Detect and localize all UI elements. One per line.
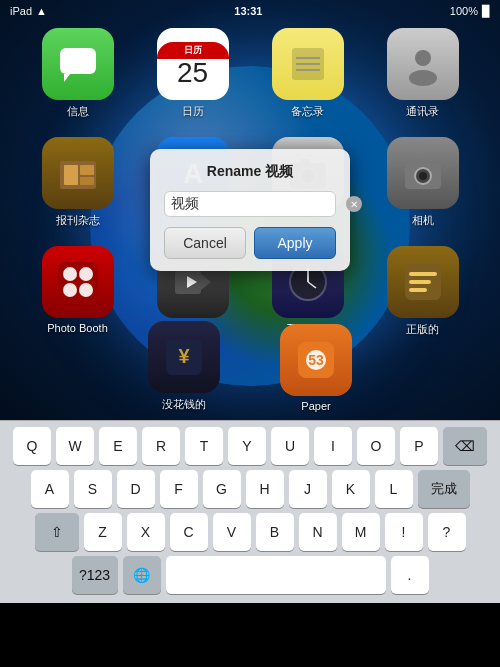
key-c[interactable]: C	[170, 513, 208, 551]
key-k[interactable]: K	[332, 470, 370, 508]
key-e[interactable]: E	[99, 427, 137, 465]
key-z[interactable]: Z	[84, 513, 122, 551]
keyboard-row2: A S D F G H J K L 完成	[4, 470, 496, 508]
key-i[interactable]: I	[314, 427, 352, 465]
key-h[interactable]: H	[246, 470, 284, 508]
clear-button[interactable]: ✕	[346, 196, 362, 212]
keyboard-row4: ?123 🌐 .	[4, 556, 496, 594]
backspace-key[interactable]: ⌫	[443, 427, 487, 465]
key-y[interactable]: Y	[228, 427, 266, 465]
dialog-title: Rename 视频	[164, 163, 336, 181]
key-l[interactable]: L	[375, 470, 413, 508]
key-a[interactable]: A	[31, 470, 69, 508]
globe-key[interactable]: 🌐	[123, 556, 161, 594]
rename-dialog: Rename 视频 ✕ Cancel Apply	[150, 149, 350, 271]
key-exclaim[interactable]: !	[385, 513, 423, 551]
key-u[interactable]: U	[271, 427, 309, 465]
keyboard-row3: ⇧ Z X C V B N M ! ?	[4, 513, 496, 551]
num-key[interactable]: ?123	[72, 556, 118, 594]
key-m[interactable]: M	[342, 513, 380, 551]
keyboard: Q W E R T Y U I O P ⌫ A S D F G H J K L …	[0, 420, 500, 603]
dialog-input-row: ✕	[164, 191, 336, 217]
key-g[interactable]: G	[203, 470, 241, 508]
dialog-buttons: Cancel Apply	[164, 227, 336, 259]
shift-key[interactable]: ⇧	[35, 513, 79, 551]
cancel-button[interactable]: Cancel	[164, 227, 246, 259]
key-x[interactable]: X	[127, 513, 165, 551]
key-d[interactable]: D	[117, 470, 155, 508]
key-b[interactable]: B	[256, 513, 294, 551]
key-r[interactable]: R	[142, 427, 180, 465]
key-v[interactable]: V	[213, 513, 251, 551]
apply-button[interactable]: Apply	[254, 227, 336, 259]
key-q[interactable]: Q	[13, 427, 51, 465]
home-screen: iPad ▲ 13:31 100% ▉ 信息 日历 25 日历	[0, 0, 500, 420]
key-o[interactable]: O	[357, 427, 395, 465]
key-t[interactable]: T	[185, 427, 223, 465]
key-dot[interactable]: .	[391, 556, 429, 594]
done-key[interactable]: 完成	[418, 470, 470, 508]
dialog-overlay: Rename 视频 ✕ Cancel Apply	[0, 0, 500, 420]
keyboard-row1: Q W E R T Y U I O P ⌫	[4, 427, 496, 465]
key-s[interactable]: S	[74, 470, 112, 508]
rename-input[interactable]	[171, 196, 346, 212]
space-key[interactable]	[166, 556, 386, 594]
key-w[interactable]: W	[56, 427, 94, 465]
key-question[interactable]: ?	[428, 513, 466, 551]
key-f[interactable]: F	[160, 470, 198, 508]
key-n[interactable]: N	[299, 513, 337, 551]
key-j[interactable]: J	[289, 470, 327, 508]
key-p[interactable]: P	[400, 427, 438, 465]
